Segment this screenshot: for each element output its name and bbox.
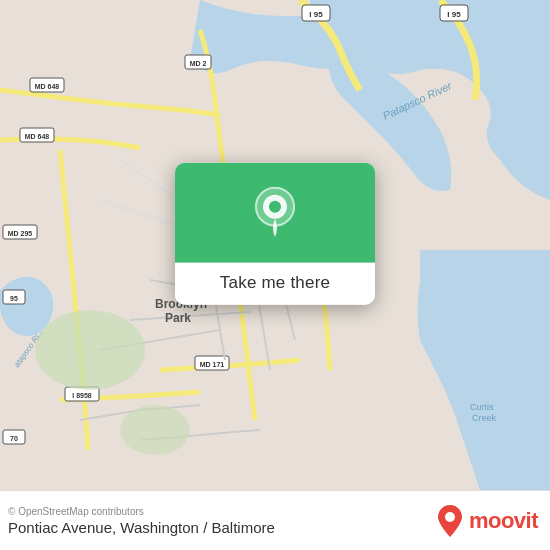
- bottom-info: © OpenStreetMap contributors Pontiac Ave…: [8, 506, 275, 536]
- take-me-there-button[interactable]: Take me there: [220, 273, 330, 293]
- svg-text:MD 2: MD 2: [190, 60, 207, 67]
- bottom-bar: © OpenStreetMap contributors Pontiac Ave…: [0, 490, 550, 550]
- osm-attribution: © OpenStreetMap contributors: [8, 506, 275, 517]
- svg-text:I 95: I 95: [309, 10, 323, 19]
- card-action[interactable]: Take me there: [175, 263, 375, 305]
- moovit-logo: moovit: [436, 504, 538, 538]
- moovit-pin-icon: [436, 504, 464, 538]
- svg-point-22: [120, 405, 190, 455]
- svg-text:MD 648: MD 648: [35, 83, 60, 90]
- svg-point-35: [445, 512, 455, 522]
- svg-text:95: 95: [10, 295, 18, 302]
- svg-text:I 8958: I 8958: [72, 392, 92, 399]
- location-name: Pontiac Avenue, Washington / Baltimore: [8, 519, 275, 536]
- svg-point-33: [269, 201, 281, 213]
- svg-text:I 95: I 95: [447, 10, 461, 19]
- svg-text:MD 648: MD 648: [25, 133, 50, 140]
- svg-text:Creek: Creek: [472, 413, 497, 423]
- svg-text:MD 295: MD 295: [8, 230, 33, 237]
- svg-text:Park: Park: [165, 311, 191, 325]
- location-card: Take me there: [175, 163, 375, 305]
- svg-text:MD 171: MD 171: [200, 361, 225, 368]
- svg-text:Curtis: Curtis: [470, 402, 494, 412]
- moovit-brand-text: moovit: [469, 508, 538, 534]
- svg-text:70: 70: [10, 435, 18, 442]
- map-container: I 95 I 95 MD 2 MD 648 MD 648 MD 295 95 M…: [0, 0, 550, 490]
- card-header: [175, 163, 375, 263]
- svg-point-21: [35, 310, 145, 390]
- location-pin-icon: [253, 187, 297, 239]
